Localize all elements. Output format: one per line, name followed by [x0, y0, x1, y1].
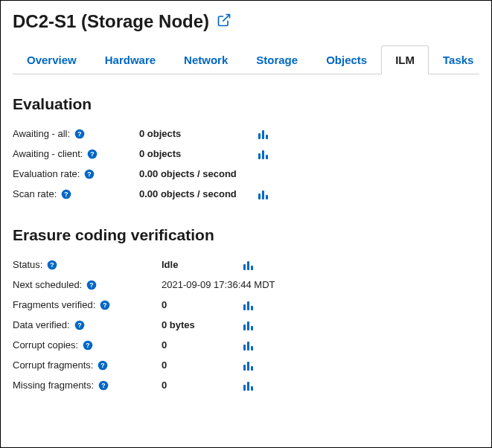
help-icon[interactable]: ? — [84, 169, 95, 179]
ecv-heading: Erasure coding verification — [13, 226, 479, 244]
evaluation-section: Evaluation Awaiting - all:?0 objectsAwai… — [13, 95, 479, 204]
svg-line-0 — [223, 15, 229, 22]
help-icon[interactable]: ? — [98, 380, 109, 391]
help-icon[interactable]: ? — [47, 260, 57, 270]
metric-label: Fragments verified: — [13, 299, 95, 310]
tab-hardware[interactable]: Hardware — [91, 45, 170, 74]
metric-label: Awaiting - all: — [13, 128, 70, 139]
chart-icon[interactable] — [243, 340, 253, 351]
metric-value: 0 bytes — [162, 319, 195, 330]
help-icon[interactable]: ? — [100, 300, 110, 310]
metric-value: 0 objects — [139, 128, 181, 139]
metric-row: Status:?Idle — [13, 255, 479, 275]
help-icon[interactable]: ? — [61, 189, 71, 199]
open-external-icon[interactable] — [217, 13, 231, 31]
metric-label: Data verified: — [13, 319, 70, 330]
svg-text:?: ? — [91, 150, 95, 158]
tab-tasks[interactable]: Tasks — [429, 45, 488, 74]
tab-ilm[interactable]: ILM — [381, 45, 429, 74]
svg-text:?: ? — [103, 301, 107, 309]
help-icon[interactable]: ? — [74, 129, 85, 139]
metric-label: Next scheduled: — [13, 279, 82, 290]
metric-value: 0.00 objects / second — [139, 188, 237, 199]
metric-value: 0 — [162, 359, 167, 371]
metric-label: Corrupt copies: — [13, 339, 78, 351]
svg-text:?: ? — [51, 261, 54, 269]
chart-icon[interactable] — [258, 189, 268, 199]
metric-label: Evaluation rate: — [13, 168, 80, 179]
svg-text:?: ? — [90, 281, 94, 289]
svg-text:?: ? — [77, 130, 81, 138]
help-icon[interactable]: ? — [74, 320, 85, 330]
svg-text:?: ? — [65, 191, 68, 198]
metric-value: 0.00 objects / second — [139, 168, 237, 179]
tab-storage[interactable]: Storage — [242, 45, 312, 74]
metric-row: Fragments verified:?0 — [13, 295, 479, 315]
metric-row: Next scheduled:?2021-09-09 17:36:44 MDT — [13, 275, 479, 295]
svg-text:?: ? — [101, 382, 105, 389]
metric-row: Data verified:?0 bytes — [13, 315, 479, 335]
chart-icon[interactable] — [243, 260, 253, 270]
metric-label: Missing fragments: — [13, 380, 94, 391]
evaluation-heading: Evaluation — [13, 95, 479, 113]
metric-value: 2021-09-09 17:36:44 MDT — [162, 279, 275, 290]
page-title: DC2-S1 (Storage Node) — [13, 11, 209, 32]
metric-row: Awaiting - client:?0 objects — [13, 144, 479, 164]
metric-row: Corrupt fragments:?0 — [13, 355, 479, 375]
chart-icon[interactable] — [243, 360, 253, 371]
metric-row: Evaluation rate:?0.00 objects / second — [13, 164, 479, 184]
ecv-section: Erasure coding verification Status:?Idle… — [13, 226, 479, 395]
metric-label: Corrupt fragments: — [13, 359, 93, 371]
help-icon[interactable]: ? — [87, 149, 98, 159]
metric-value: 0 objects — [139, 148, 181, 159]
chart-icon[interactable] — [243, 300, 253, 310]
svg-text:?: ? — [101, 362, 105, 369]
chart-icon[interactable] — [258, 129, 268, 139]
svg-text:?: ? — [77, 321, 81, 329]
metric-label: Status: — [13, 259, 42, 270]
chart-icon[interactable] — [243, 320, 253, 330]
tabs-bar: OverviewHardwareNetworkStorageObjectsILM… — [13, 45, 479, 74]
metric-row: Awaiting - all:?0 objects — [13, 124, 479, 144]
metric-row: Corrupt copies:?0 — [13, 335, 479, 355]
metric-value: 0 — [162, 380, 167, 391]
help-icon[interactable]: ? — [86, 280, 97, 290]
metric-value: Idle — [162, 259, 178, 270]
metric-value: 0 — [162, 339, 167, 351]
tab-objects[interactable]: Objects — [312, 45, 381, 74]
chart-icon[interactable] — [243, 380, 253, 391]
tab-overview[interactable]: Overview — [13, 45, 91, 74]
svg-text:?: ? — [86, 342, 89, 349]
metric-label: Scan rate: — [13, 188, 57, 199]
help-icon[interactable]: ? — [83, 340, 93, 351]
metric-row: Scan rate:?0.00 objects / second — [13, 184, 479, 204]
metric-label: Awaiting - client: — [13, 148, 83, 159]
chart-icon[interactable] — [258, 149, 268, 159]
metric-value: 0 — [162, 299, 167, 310]
metric-row: Missing fragments:?0 — [13, 375, 479, 395]
tab-network[interactable]: Network — [170, 45, 242, 74]
svg-text:?: ? — [88, 170, 92, 178]
help-icon[interactable]: ? — [98, 360, 108, 371]
